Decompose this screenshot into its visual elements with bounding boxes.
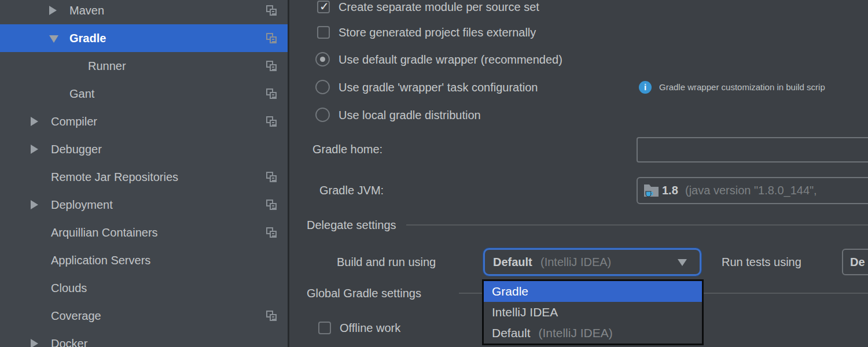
per-project-settings-icon: [266, 227, 277, 238]
gradle-jvm-value: 1.8: [662, 178, 678, 202]
gradle-jvm-label: Gradle JVM:: [319, 183, 384, 198]
create-separate-module-checkbox[interactable]: [317, 1, 330, 13]
chevron-down-icon[interactable]: [678, 259, 687, 266]
sidebar-item-debugger[interactable]: Debugger: [0, 135, 288, 163]
sidebar-item-gant[interactable]: Gant: [0, 80, 288, 108]
sidebar-item-docker[interactable]: Docker: [0, 330, 288, 347]
wrapper-customization-tip: Gradle wrapper customization in build sc…: [659, 81, 825, 94]
settings-tree-sidebar: Maven Gradle Runner Gant Compiler Debugg…: [0, 0, 289, 347]
delegate-settings-title: Delegate settings: [307, 217, 396, 232]
per-project-settings-icon: [266, 116, 277, 127]
sidebar-item-runner[interactable]: Runner: [0, 52, 288, 80]
build-and-run-using-label: Build and run using: [337, 254, 436, 270]
dropdown-option-gradle[interactable]: Gradle: [484, 281, 702, 302]
offline-work-label: Offline work: [340, 320, 400, 335]
use-wrapper-task-radio[interactable]: [315, 80, 330, 94]
gradle-jvm-value-detail: (java version "1.8.0_144",: [685, 178, 817, 202]
build-and-run-value: Default: [493, 250, 532, 274]
global-gradle-settings-title: Global Gradle settings: [307, 286, 421, 301]
create-separate-module-label: Create separate module per source set: [339, 0, 539, 14]
sidebar-item-arquillian-containers[interactable]: Arquillian Containers: [0, 219, 288, 246]
gradle-home-input[interactable]: [637, 137, 868, 163]
build-and-run-value-detail: (IntelliJ IDEA): [540, 250, 611, 274]
use-wrapper-task-label: Use gradle 'wrapper' task configuration: [339, 80, 538, 95]
use-local-distribution-label: Use local gradle distribution: [339, 108, 481, 123]
gradle-jvm-combobox[interactable]: 1.8 (java version "1.8.0_144",: [637, 177, 868, 204]
per-project-settings-icon: [266, 33, 277, 43]
run-tests-value: De: [850, 250, 865, 274]
dropdown-option-default[interactable]: Default (IntelliJ IDEA): [484, 323, 702, 344]
chevron-right-icon[interactable]: [31, 145, 38, 154]
chevron-right-icon[interactable]: [49, 6, 57, 15]
dropdown-option-intellij-idea[interactable]: IntelliJ IDEA: [484, 302, 702, 323]
chevron-right-icon[interactable]: [31, 117, 38, 126]
settings-window: Maven Gradle Runner Gant Compiler Debugg…: [0, 0, 868, 347]
sidebar-item-application-servers[interactable]: Application Servers: [0, 246, 288, 274]
store-generated-files-label: Store generated project files externally: [339, 25, 536, 40]
use-default-wrapper-radio[interactable]: [315, 52, 330, 67]
store-generated-files-checkbox[interactable]: [317, 26, 330, 39]
sidebar-item-coverage[interactable]: Coverage: [0, 302, 288, 330]
gradle-home-label: Gradle home:: [312, 142, 382, 157]
sidebar-item-gradle[interactable]: Gradle: [0, 24, 288, 52]
sidebar-item-compiler[interactable]: Compiler: [0, 108, 288, 135]
sidebar-item-clouds[interactable]: Clouds: [0, 274, 288, 302]
per-project-settings-icon: [266, 172, 277, 182]
per-project-settings-icon: [266, 88, 277, 99]
per-project-settings-icon: [266, 61, 277, 71]
per-project-settings-icon: [266, 5, 277, 16]
build-and-run-using-combobox[interactable]: Default (IntelliJ IDEA): [483, 248, 701, 276]
run-tests-using-label: Run tests using: [722, 254, 801, 270]
sidebar-item-remote-jar-repositories[interactable]: Remote Jar Repositories: [0, 163, 288, 191]
separator-line: [406, 224, 868, 226]
per-project-settings-icon: [266, 200, 277, 210]
run-tests-using-combobox[interactable]: De: [842, 249, 868, 275]
chevron-right-icon[interactable]: [31, 200, 38, 209]
build-and-run-dropdown-popup: Gradle IntelliJ IDEA Default (IntelliJ I…: [482, 279, 704, 345]
chevron-right-icon[interactable]: [31, 339, 38, 347]
info-icon[interactable]: [639, 81, 652, 94]
sidebar-item-deployment[interactable]: Deployment: [0, 191, 288, 219]
per-project-settings-icon: [266, 311, 277, 321]
jdk-icon: [643, 183, 659, 200]
chevron-down-icon[interactable]: [49, 35, 58, 43]
offline-work-checkbox[interactable]: [318, 322, 331, 334]
use-default-wrapper-label: Use default gradle wrapper (recommended): [339, 52, 562, 67]
use-local-distribution-radio[interactable]: [315, 108, 330, 122]
sidebar-item-maven[interactable]: Maven: [0, 0, 288, 24]
